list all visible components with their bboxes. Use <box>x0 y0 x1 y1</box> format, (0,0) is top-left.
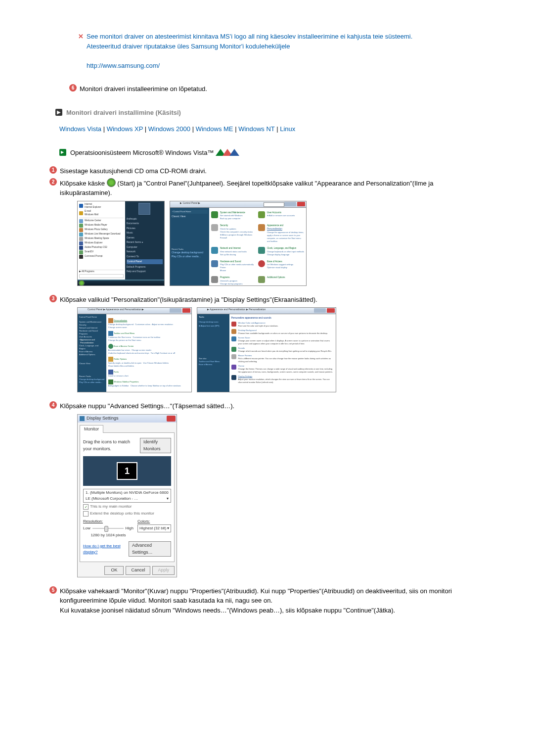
step-4-row: 4 Klõpsake nuppu "Advanced Settings…"(Tä… <box>49 401 465 411</box>
step-4-text: Klõpsake nuppu "Advanced Settings…"(Täps… <box>60 401 465 411</box>
start-orb-icon <box>107 178 116 187</box>
link-2000[interactable]: Windows 2000 <box>148 125 190 133</box>
dialog-title-bar: Display Settings <box>78 415 177 423</box>
dialog-title: Display Settings <box>87 415 119 422</box>
slider-low: Low <box>83 525 90 531</box>
manual-heading-row: ▶ Monitori draiveri installimine (Käsits… <box>55 108 465 118</box>
link-linux[interactable]: Linux <box>280 125 295 133</box>
step-1-text: Sisestage kasutusjuhendi CD oma CD-ROMi … <box>60 166 465 176</box>
chk2-label: Extend the desktop onto this monitor <box>90 511 154 517</box>
chk1-label: This is my main monitor <box>90 504 132 510</box>
step-5-text-b: Kui kuvatakse joonisel näidatud sõnum "W… <box>60 607 395 614</box>
checkbox-main[interactable]: ✓ <box>83 504 89 510</box>
ok-button[interactable]: OK <box>104 566 124 575</box>
samsung-url[interactable]: http://www.samsung.com/ <box>87 62 160 69</box>
appearance-mock: Control Panel ▶ Appearance and Personali… <box>77 307 192 392</box>
step-3-text: Klõpsake valikuid "Personalization"(Isik… <box>60 295 465 305</box>
link-nt[interactable]: Windows NT <box>238 125 274 133</box>
dialog-close-icon[interactable] <box>167 416 176 422</box>
apply-button[interactable]: Apply <box>152 566 175 575</box>
flag-blue-icon <box>229 149 239 156</box>
link-vista[interactable]: Windows Vista <box>59 125 101 133</box>
bullet-6-icon: 6 <box>69 84 77 92</box>
step-6-row: 6 Monitori draiveri installeerimine on l… <box>69 84 465 94</box>
intro-line-2: Atesteeritud draiver riputatakse üles Sa… <box>87 43 290 50</box>
step-2-text-a: Klõpsake käske <box>60 180 107 187</box>
step-5-text-a: Klõpsake vahekaardi "Monitor"(Kuvar) nup… <box>60 587 452 605</box>
cancel-button[interactable]: Cancel <box>126 566 150 575</box>
bullet-5-icon: 5 <box>49 586 57 594</box>
identify-monitors-button[interactable]: Identify Monitors <box>140 438 171 453</box>
link-me[interactable]: Windows ME <box>196 125 233 133</box>
control-panel-mock: ▶ Control Panel ▶ • Control Panel Home C… <box>170 201 307 286</box>
resolution-slider[interactable]: Low High <box>83 525 134 531</box>
monitor-1-icon[interactable]: 1 <box>117 462 137 480</box>
bullet-1-icon: 1 <box>49 166 57 174</box>
x-icon: ✕ <box>78 32 84 42</box>
colors-value: Highest (32 bit) <box>139 525 166 531</box>
bullet-2-icon: 2 <box>49 178 57 186</box>
monitor-preview-box: 1 <box>83 456 171 486</box>
checkbox-extend[interactable] <box>83 511 89 517</box>
arrow-icon: ▶ <box>55 109 62 116</box>
manual-heading: Monitori draiveri installimine (Käsitsi) <box>66 108 181 118</box>
help-link[interactable]: How do I get the best display? <box>83 543 129 555</box>
os-row: Operatsioonisüsteem Microsoft® Windows V… <box>59 148 465 158</box>
link-xp[interactable]: Windows XP <box>107 125 143 133</box>
bullet-4-icon: 4 <box>49 401 57 409</box>
step-3-row: 3 Klõpsake valikuid "Personalization"(Is… <box>49 295 465 305</box>
slider-high: High <box>126 525 134 531</box>
personalization-mock: ▶ Appearance and Personalization ▶ Perso… <box>197 307 336 392</box>
advanced-settings-button[interactable]: Advanced Settings… <box>129 541 171 557</box>
screenshot-row-1: InternetInternet Explorer E-mailWindows … <box>77 201 465 286</box>
step-2-text-b: (Start) ja "Control Panel"(Juhtpaneel). … <box>60 180 434 197</box>
play-icon <box>59 149 66 156</box>
step-6-text: Monitori draiveri installeerimine on lõp… <box>80 84 465 94</box>
step-1-row: 1 Sisestage kasutusjuhendi CD oma CD-ROM… <box>49 166 465 176</box>
dialog-tab-monitor[interactable]: Monitor <box>80 425 103 433</box>
display-settings-dialog: Display Settings Monitor Drag the icons … <box>77 414 177 577</box>
colors-dropdown[interactable]: Highest (32 bit)▾ <box>137 524 171 532</box>
device-dropdown[interactable]: 1. (Multiple Monitors) on NVIDIA GeForce… <box>83 489 171 503</box>
step-2-row: 2 Klõpsake käske (Start) ja "Control Pan… <box>49 178 465 198</box>
intro-line-1: See monitori draiver on atesteerimist ki… <box>87 33 412 40</box>
colors-label: Colors: <box>137 519 171 524</box>
dialog-icon <box>80 416 85 421</box>
os-links-row: Windows Vista | Windows XP | Windows 200… <box>59 124 465 134</box>
screenshot-row-2: Control Panel ▶ Appearance and Personali… <box>77 307 465 392</box>
step-5-row: 5 Klõpsake vahekaardi "Monitor"(Kuvar) n… <box>49 586 465 615</box>
drag-text: Drag the icons to match your monitors. <box>83 439 140 452</box>
bullet-3-icon: 3 <box>49 295 57 302</box>
start-menu-mock: InternetInternet Explorer E-mailWindows … <box>77 201 165 286</box>
intro-block: ✕ See monitori draiver on atesteerimist … <box>78 32 465 70</box>
resolution-value: 1280 by 1024 pixels <box>83 532 134 538</box>
os-label: Operatsioonisüsteem Microsoft® Windows V… <box>70 148 214 158</box>
device-value: 1. (Multiple Monitors) on NVIDIA GeForce… <box>86 490 169 501</box>
resolution-label: Resolution: <box>83 519 134 524</box>
